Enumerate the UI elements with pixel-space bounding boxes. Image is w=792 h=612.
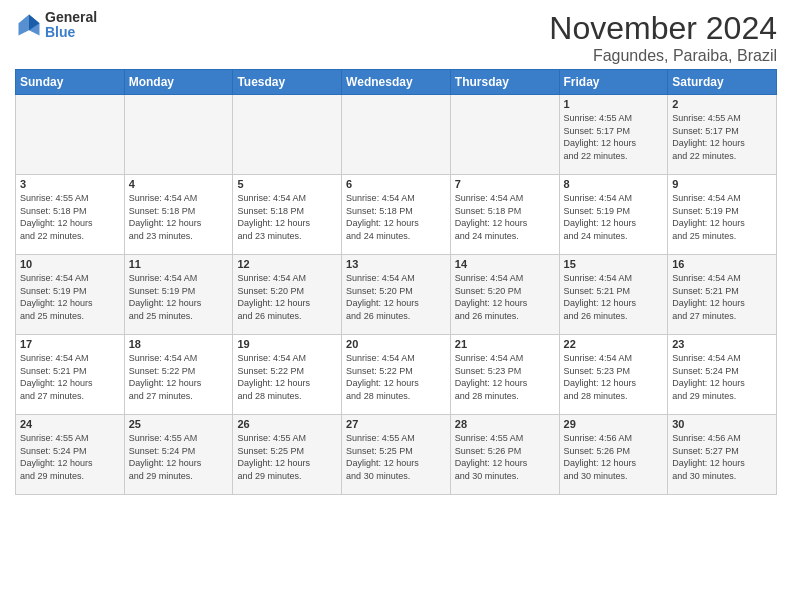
day-number: 14 xyxy=(455,258,555,270)
calendar-cell: 29Sunrise: 4:56 AMSunset: 5:26 PMDayligh… xyxy=(559,415,668,495)
day-info: Sunrise: 4:54 AMSunset: 5:19 PMDaylight:… xyxy=(20,272,120,322)
calendar-cell xyxy=(124,95,233,175)
page-container: General Blue November 2024 Fagundes, Par… xyxy=(0,0,792,505)
day-number: 2 xyxy=(672,98,772,110)
logo-icon xyxy=(15,11,43,39)
day-number: 26 xyxy=(237,418,337,430)
day-info: Sunrise: 4:55 AMSunset: 5:18 PMDaylight:… xyxy=(20,192,120,242)
calendar-cell: 11Sunrise: 4:54 AMSunset: 5:19 PMDayligh… xyxy=(124,255,233,335)
day-number: 1 xyxy=(564,98,664,110)
day-info: Sunrise: 4:54 AMSunset: 5:22 PMDaylight:… xyxy=(129,352,229,402)
calendar-cell: 1Sunrise: 4:55 AMSunset: 5:17 PMDaylight… xyxy=(559,95,668,175)
day-info: Sunrise: 4:54 AMSunset: 5:20 PMDaylight:… xyxy=(237,272,337,322)
day-info: Sunrise: 4:54 AMSunset: 5:24 PMDaylight:… xyxy=(672,352,772,402)
day-number: 10 xyxy=(20,258,120,270)
day-number: 25 xyxy=(129,418,229,430)
calendar-cell: 21Sunrise: 4:54 AMSunset: 5:23 PMDayligh… xyxy=(450,335,559,415)
day-info: Sunrise: 4:54 AMSunset: 5:23 PMDaylight:… xyxy=(455,352,555,402)
day-info: Sunrise: 4:54 AMSunset: 5:20 PMDaylight:… xyxy=(346,272,446,322)
day-number: 9 xyxy=(672,178,772,190)
day-info: Sunrise: 4:55 AMSunset: 5:26 PMDaylight:… xyxy=(455,432,555,482)
calendar-cell: 16Sunrise: 4:54 AMSunset: 5:21 PMDayligh… xyxy=(668,255,777,335)
day-number: 13 xyxy=(346,258,446,270)
calendar-cell: 9Sunrise: 4:54 AMSunset: 5:19 PMDaylight… xyxy=(668,175,777,255)
calendar-cell: 20Sunrise: 4:54 AMSunset: 5:22 PMDayligh… xyxy=(342,335,451,415)
weekday-header-tuesday: Tuesday xyxy=(233,70,342,95)
day-info: Sunrise: 4:54 AMSunset: 5:19 PMDaylight:… xyxy=(564,192,664,242)
day-number: 17 xyxy=(20,338,120,350)
day-number: 21 xyxy=(455,338,555,350)
calendar-cell: 15Sunrise: 4:54 AMSunset: 5:21 PMDayligh… xyxy=(559,255,668,335)
calendar-cell: 26Sunrise: 4:55 AMSunset: 5:25 PMDayligh… xyxy=(233,415,342,495)
weekday-header-monday: Monday xyxy=(124,70,233,95)
calendar-cell: 19Sunrise: 4:54 AMSunset: 5:22 PMDayligh… xyxy=(233,335,342,415)
calendar-cell: 18Sunrise: 4:54 AMSunset: 5:22 PMDayligh… xyxy=(124,335,233,415)
calendar-cell: 24Sunrise: 4:55 AMSunset: 5:24 PMDayligh… xyxy=(16,415,125,495)
logo-text: General Blue xyxy=(45,10,97,41)
day-info: Sunrise: 4:56 AMSunset: 5:27 PMDaylight:… xyxy=(672,432,772,482)
logo: General Blue xyxy=(15,10,97,41)
day-number: 28 xyxy=(455,418,555,430)
day-number: 5 xyxy=(237,178,337,190)
day-info: Sunrise: 4:55 AMSunset: 5:17 PMDaylight:… xyxy=(672,112,772,162)
calendar-table: SundayMondayTuesdayWednesdayThursdayFrid… xyxy=(15,69,777,495)
calendar-cell xyxy=(233,95,342,175)
calendar-cell: 10Sunrise: 4:54 AMSunset: 5:19 PMDayligh… xyxy=(16,255,125,335)
calendar-cell: 12Sunrise: 4:54 AMSunset: 5:20 PMDayligh… xyxy=(233,255,342,335)
weekday-header-thursday: Thursday xyxy=(450,70,559,95)
calendar-week-1: 1Sunrise: 4:55 AMSunset: 5:17 PMDaylight… xyxy=(16,95,777,175)
calendar-cell: 13Sunrise: 4:54 AMSunset: 5:20 PMDayligh… xyxy=(342,255,451,335)
title-block: November 2024 Fagundes, Paraiba, Brazil xyxy=(549,10,777,65)
calendar-cell: 4Sunrise: 4:54 AMSunset: 5:18 PMDaylight… xyxy=(124,175,233,255)
day-info: Sunrise: 4:55 AMSunset: 5:25 PMDaylight:… xyxy=(346,432,446,482)
weekday-header-row: SundayMondayTuesdayWednesdayThursdayFrid… xyxy=(16,70,777,95)
day-info: Sunrise: 4:55 AMSunset: 5:25 PMDaylight:… xyxy=(237,432,337,482)
day-number: 18 xyxy=(129,338,229,350)
day-info: Sunrise: 4:54 AMSunset: 5:18 PMDaylight:… xyxy=(346,192,446,242)
day-number: 6 xyxy=(346,178,446,190)
weekday-header-wednesday: Wednesday xyxy=(342,70,451,95)
day-number: 12 xyxy=(237,258,337,270)
weekday-header-saturday: Saturday xyxy=(668,70,777,95)
location-title: Fagundes, Paraiba, Brazil xyxy=(549,47,777,65)
calendar-cell xyxy=(450,95,559,175)
calendar-week-5: 24Sunrise: 4:55 AMSunset: 5:24 PMDayligh… xyxy=(16,415,777,495)
calendar-week-2: 3Sunrise: 4:55 AMSunset: 5:18 PMDaylight… xyxy=(16,175,777,255)
calendar-cell: 3Sunrise: 4:55 AMSunset: 5:18 PMDaylight… xyxy=(16,175,125,255)
day-info: Sunrise: 4:54 AMSunset: 5:19 PMDaylight:… xyxy=(672,192,772,242)
day-info: Sunrise: 4:55 AMSunset: 5:17 PMDaylight:… xyxy=(564,112,664,162)
month-title: November 2024 xyxy=(549,10,777,47)
calendar-cell: 14Sunrise: 4:54 AMSunset: 5:20 PMDayligh… xyxy=(450,255,559,335)
day-number: 11 xyxy=(129,258,229,270)
day-info: Sunrise: 4:54 AMSunset: 5:22 PMDaylight:… xyxy=(346,352,446,402)
day-number: 22 xyxy=(564,338,664,350)
calendar-cell: 6Sunrise: 4:54 AMSunset: 5:18 PMDaylight… xyxy=(342,175,451,255)
calendar-header: SundayMondayTuesdayWednesdayThursdayFrid… xyxy=(16,70,777,95)
calendar-cell: 7Sunrise: 4:54 AMSunset: 5:18 PMDaylight… xyxy=(450,175,559,255)
day-info: Sunrise: 4:54 AMSunset: 5:22 PMDaylight:… xyxy=(237,352,337,402)
day-number: 30 xyxy=(672,418,772,430)
day-info: Sunrise: 4:54 AMSunset: 5:18 PMDaylight:… xyxy=(129,192,229,242)
calendar-body: 1Sunrise: 4:55 AMSunset: 5:17 PMDaylight… xyxy=(16,95,777,495)
calendar-cell: 23Sunrise: 4:54 AMSunset: 5:24 PMDayligh… xyxy=(668,335,777,415)
day-number: 15 xyxy=(564,258,664,270)
day-info: Sunrise: 4:55 AMSunset: 5:24 PMDaylight:… xyxy=(129,432,229,482)
calendar-cell xyxy=(342,95,451,175)
day-number: 8 xyxy=(564,178,664,190)
logo-general: General xyxy=(45,10,97,25)
day-info: Sunrise: 4:54 AMSunset: 5:18 PMDaylight:… xyxy=(455,192,555,242)
calendar-cell: 28Sunrise: 4:55 AMSunset: 5:26 PMDayligh… xyxy=(450,415,559,495)
day-number: 23 xyxy=(672,338,772,350)
calendar-cell: 30Sunrise: 4:56 AMSunset: 5:27 PMDayligh… xyxy=(668,415,777,495)
calendar-week-3: 10Sunrise: 4:54 AMSunset: 5:19 PMDayligh… xyxy=(16,255,777,335)
calendar-cell: 2Sunrise: 4:55 AMSunset: 5:17 PMDaylight… xyxy=(668,95,777,175)
day-info: Sunrise: 4:55 AMSunset: 5:24 PMDaylight:… xyxy=(20,432,120,482)
day-info: Sunrise: 4:54 AMSunset: 5:19 PMDaylight:… xyxy=(129,272,229,322)
day-number: 7 xyxy=(455,178,555,190)
calendar-cell: 8Sunrise: 4:54 AMSunset: 5:19 PMDaylight… xyxy=(559,175,668,255)
logo-blue: Blue xyxy=(45,25,97,40)
day-number: 19 xyxy=(237,338,337,350)
day-number: 16 xyxy=(672,258,772,270)
day-info: Sunrise: 4:54 AMSunset: 5:23 PMDaylight:… xyxy=(564,352,664,402)
calendar-cell: 27Sunrise: 4:55 AMSunset: 5:25 PMDayligh… xyxy=(342,415,451,495)
